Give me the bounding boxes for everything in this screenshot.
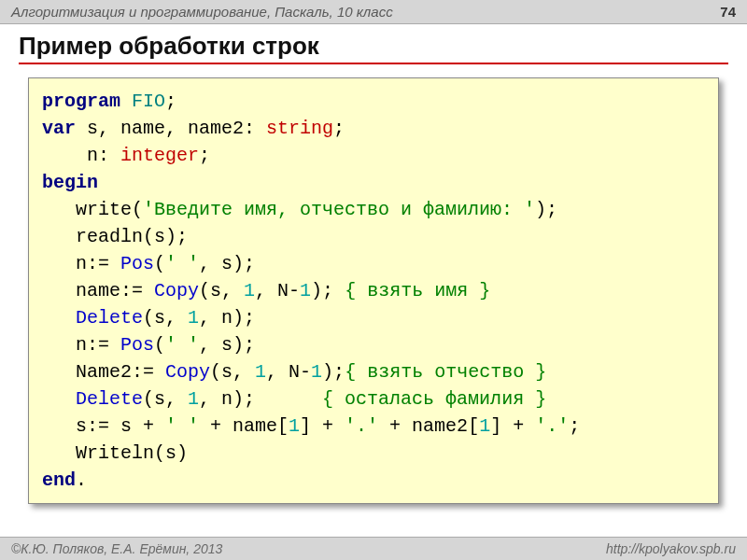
keyword: var <box>42 118 76 139</box>
code-text: ] + <box>490 415 535 437</box>
number: 1 <box>300 280 311 301</box>
code-text: ( <box>154 253 165 274</box>
code-text: (s, <box>199 280 244 301</box>
string: ' ' <box>165 253 199 274</box>
code-text: Name2:= <box>42 361 165 383</box>
string: '.' <box>345 415 378 437</box>
code-text: ); <box>535 199 557 220</box>
type: string <box>266 118 333 139</box>
source-url: http://kpolyakov.spb.ru <box>606 541 736 556</box>
code-text: , N- <box>266 361 311 383</box>
slide-title: Пример обработки строк <box>19 32 728 64</box>
function: Delete <box>76 307 143 329</box>
string: 'Введите имя, отчество и фамилию: ' <box>143 199 535 220</box>
code-block: program FIO; var s, name, name2: string;… <box>28 77 719 504</box>
identifier: FIO <box>132 91 165 112</box>
code-text: , s); <box>199 334 255 356</box>
course-title: Алгоритмизация и программирование, Паска… <box>11 4 393 20</box>
function: Pos <box>120 253 154 274</box>
type: integer <box>120 145 199 166</box>
code-text: n:= <box>42 253 120 274</box>
code-text: Writeln(s) <box>42 442 188 464</box>
code-text: , n); <box>199 388 322 410</box>
number: 1 <box>289 415 300 437</box>
code-text: ; <box>199 145 210 166</box>
function: Copy <box>165 361 210 383</box>
number: 1 <box>244 280 255 301</box>
code-text: . <box>76 469 87 491</box>
number: 1 <box>188 388 199 410</box>
comment: { взять отчество } <box>345 361 546 383</box>
code-text: readln(s); <box>42 226 188 247</box>
code-text: name:= <box>42 280 154 301</box>
code-text <box>42 388 76 410</box>
page-number: 74 <box>720 4 736 20</box>
code-text: s:= s + <box>42 415 165 437</box>
keyword: program <box>42 91 120 112</box>
code-text: ; <box>569 415 580 437</box>
code-text: , N- <box>255 280 300 301</box>
code-text: ] + <box>300 415 345 437</box>
function: Copy <box>154 280 199 301</box>
string: ' ' <box>165 334 199 356</box>
string: '.' <box>535 415 569 437</box>
function: Pos <box>120 334 154 356</box>
function: Delete <box>76 388 143 410</box>
code-text: (s, <box>143 388 188 410</box>
number: 1 <box>255 361 266 383</box>
code-text: + name[ <box>199 415 289 437</box>
comment: { осталась фамилия } <box>322 388 546 410</box>
number: 1 <box>188 307 199 329</box>
code-text: s, name, name2: <box>76 118 266 139</box>
code-text: ); <box>322 361 345 383</box>
keyword: begin <box>42 172 98 193</box>
number: 1 <box>479 415 490 437</box>
code-text: n: <box>42 145 120 166</box>
code-text: (s, <box>210 361 255 383</box>
code-text: (s, <box>143 307 188 329</box>
code-text <box>42 307 76 329</box>
number: 1 <box>311 361 322 383</box>
string: ' ' <box>165 415 199 437</box>
code-text: ( <box>154 334 165 356</box>
code-text: ; <box>165 91 176 112</box>
code-text: , n); <box>199 307 255 329</box>
code-text: + name2[ <box>378 415 479 437</box>
code-text: ); <box>311 280 345 301</box>
title-section: Пример обработки строк <box>0 24 747 68</box>
code-text: write( <box>42 199 143 220</box>
code-text: n:= <box>42 334 120 356</box>
slide-footer: ©К.Ю. Поляков, Е.А. Ерёмин, 2013 http://… <box>0 537 747 560</box>
keyword: end <box>42 469 76 491</box>
code-text: , s); <box>199 253 255 274</box>
comment: { взять имя } <box>345 280 490 301</box>
copyright: ©К.Ю. Поляков, Е.А. Ерёмин, 2013 <box>11 541 222 556</box>
code-text: ; <box>333 118 345 139</box>
slide-header: Алгоритмизация и программирование, Паска… <box>0 0 747 24</box>
